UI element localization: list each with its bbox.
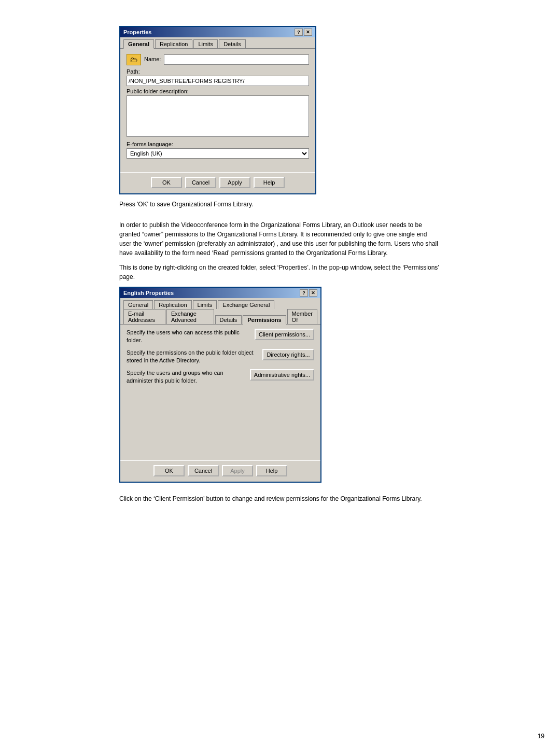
text-paragraph-2: In order to publish the Videoconference …	[119, 220, 441, 258]
dialog1-name-row: 🗁 Name:	[127, 54, 309, 65]
dialog1-path-label: Path:	[127, 68, 309, 75]
dialog1-help-button[interactable]: Help	[254, 177, 285, 188]
permissions-text-3: Specify the users and groups who can adm…	[127, 369, 245, 385]
dialog1-folder-desc-textarea[interactable]	[127, 95, 309, 137]
permissions-row-1: Specify the users who can access this pu…	[127, 329, 314, 345]
dialog2-tab-general[interactable]: General	[123, 300, 153, 309]
dialog2-tab-email-addresses[interactable]: E-mail Addresses	[123, 309, 165, 324]
properties-dialog: Properties ? ✕ General Replication Limit…	[119, 26, 316, 194]
page: Properties ? ✕ General Replication Limit…	[0, 10, 560, 745]
dialog1-tab-details[interactable]: Details	[219, 39, 246, 48]
permissions-row-3: Specify the users and groups who can adm…	[127, 369, 314, 385]
text-paragraph-3: This is done by right-clicking on the cr…	[119, 263, 441, 282]
dialog2-cancel-button[interactable]: Cancel	[188, 465, 219, 476]
folder-icon: 🗁	[127, 54, 141, 65]
dialog1-apply-button[interactable]: Apply	[219, 177, 250, 188]
dialog2-tab-replication[interactable]: Replication	[154, 300, 191, 309]
dialog2-spacer	[127, 389, 314, 456]
dialog2-apply-button[interactable]: Apply	[222, 465, 253, 476]
dialog1-cancel-button[interactable]: Cancel	[185, 177, 216, 188]
dialog1-footer: OK Cancel Apply Help	[120, 172, 315, 193]
dialog1-tabs: General Replication Limits Details	[120, 37, 315, 49]
dialog2-titlebar: English Properties ? ✕	[120, 288, 320, 298]
text-paragraph-4: Click on the ‘Client Permission’ button …	[119, 494, 422, 503]
dialog1-tab-replication[interactable]: Replication	[155, 39, 192, 48]
dialog1-close-btn[interactable]: ✕	[304, 29, 312, 36]
dialog2-tab-permissions[interactable]: Permissions	[243, 315, 286, 325]
dialog2-tab-limits[interactable]: Limits	[193, 300, 217, 309]
directory-rights-button[interactable]: Directory rights...	[262, 349, 314, 360]
page-number: 19	[538, 733, 544, 740]
dialog1-eforms-label: E-forms language:	[127, 141, 309, 147]
dialog2-tabs-container: General Replication Limits Exchange Gene…	[120, 298, 320, 325]
dialog1-folder-desc-section: Public folder description:	[127, 88, 309, 138]
dialog2-body: Specify the users who can access this pu…	[120, 325, 320, 460]
dialog1-name-input[interactable]	[164, 54, 309, 65]
dialog1-name-label: Name:	[144, 56, 161, 62]
permissions-text-2: Specify the permissions on the public fo…	[127, 349, 257, 365]
client-permissions-button[interactable]: Client permissions...	[255, 329, 314, 340]
dialog2-help-button[interactable]: Help	[256, 465, 287, 476]
dialog2-tab-exchange-general[interactable]: Exchange General	[218, 300, 274, 309]
dialog2-footer: OK Cancel Apply Help	[120, 460, 320, 482]
dialog1-path-section: Path: /NON_IPM_SUBTREE/EFORMS REGISTRY/	[127, 68, 309, 86]
dialog1-eforms-select[interactable]: English (UK) English (US) French German	[127, 148, 309, 159]
dialog2-close-btn[interactable]: ✕	[309, 289, 317, 297]
dialog1-eforms-section: E-forms language: English (UK) English (…	[127, 141, 309, 159]
dialog1-folder-desc-label: Public folder description:	[127, 88, 309, 94]
page-content: Properties ? ✕ General Replication Limit…	[119, 26, 441, 740]
dialog2-tab-member-of[interactable]: Member Of	[287, 309, 317, 324]
dialog1-help-btn[interactable]: ?	[295, 29, 303, 36]
dialog1-ok-button[interactable]: OK	[151, 177, 182, 188]
dialog2-ok-button[interactable]: OK	[153, 465, 185, 476]
dialog2-tabs-row1: General Replication Limits Exchange Gene…	[123, 300, 317, 309]
dialog2-tab-details[interactable]: Details	[215, 315, 242, 324]
dialog1-tab-limits[interactable]: Limits	[193, 39, 218, 48]
dialog2-tab-exchange-advanced[interactable]: Exchange Advanced	[166, 309, 214, 324]
permissions-row-2: Specify the permissions on the public fo…	[127, 349, 314, 365]
dialog1-body: 🗁 Name: Path: /NON_IPM_SUBTREE/EFORMS RE…	[120, 49, 315, 172]
dialog1-tab-general[interactable]: General	[123, 39, 154, 49]
dialog1-titlebar-buttons: ? ✕	[295, 29, 312, 36]
dialog2-help-btn[interactable]: ?	[300, 289, 308, 297]
dialog2-tabs-row2: E-mail Addresses Exchange Advanced Detai…	[123, 309, 317, 324]
dialog2-title: English Properties	[123, 290, 174, 296]
english-properties-dialog: English Properties ? ✕ General Replicati…	[119, 287, 321, 483]
text-paragraph-1: Press 'OK' to save Organizational Forms …	[119, 200, 253, 209]
administrative-rights-button[interactable]: Administrative rights...	[250, 369, 314, 381]
permissions-text-1: Specify the users who can access this pu…	[127, 329, 249, 345]
dialog1-title: Properties	[123, 29, 151, 35]
dialog1-titlebar: Properties ? ✕	[120, 27, 315, 37]
dialog1-path-value: /NON_IPM_SUBTREE/EFORMS REGISTRY/	[127, 76, 309, 86]
dialog2-titlebar-buttons: ? ✕	[300, 289, 317, 297]
dialog1-spacer	[127, 162, 309, 167]
